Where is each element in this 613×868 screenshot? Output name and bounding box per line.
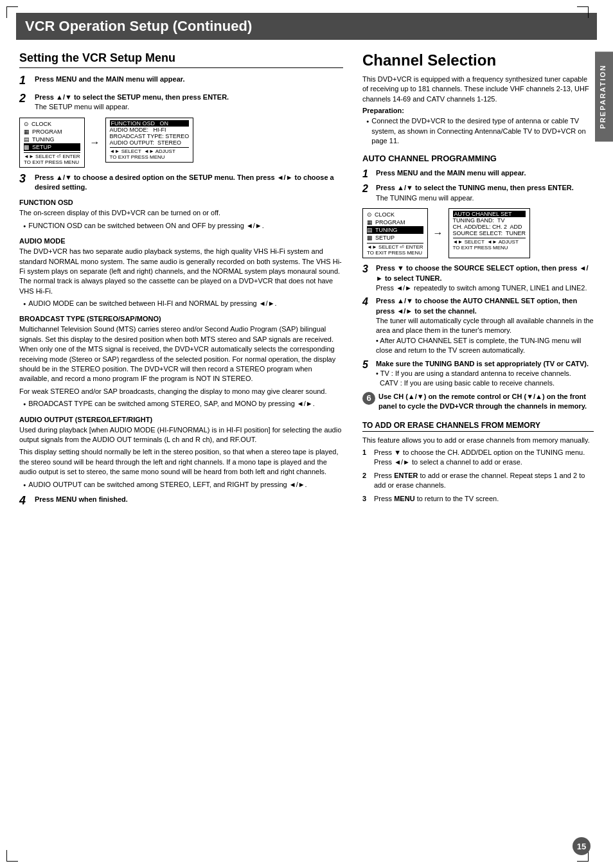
menu-right-item-3: BROADCAST TYPE: STEREO — [110, 133, 190, 139]
to-add-steps: 1 Press ▼ to choose the CH. ADD/DEL opti… — [362, 448, 594, 504]
corner-bl — [6, 850, 18, 862]
auto-step-5-text: Make sure the TUNING BAND is set appropr… — [376, 359, 594, 389]
broadcast-type-body2: For weak STEREO and/or SAP broadcasts, c… — [19, 387, 343, 396]
step-4-number: 4 — [19, 495, 31, 508]
audio-output-bullet: AUDIO OUTPUT can be switched among STERE… — [23, 480, 343, 490]
preparation-bullet: Connect the DVD+VCR to the desired type … — [366, 116, 594, 146]
broadcast-type-bullet: BROADCAST TYPE can be switched among STE… — [23, 399, 343, 409]
to-add-step-2-text: Press ENTER to add or erase the channel.… — [374, 471, 594, 491]
tuning-icon: ▤ — [24, 136, 30, 143]
auto-step-2-number: 2 — [362, 183, 373, 195]
audio-mode-bullet-text: AUDIO MODE can be switched between HI-FI… — [28, 299, 276, 308]
tuning-menu-box-right: AUTO CHANNEL SET TUNING BAND: TV CH. ADD… — [449, 208, 530, 258]
to-add-step-1-number: 1 — [362, 448, 370, 468]
menu-right-item-2: AUDIO MODE: HI-FI — [110, 127, 190, 133]
tuning-menu-footer-left: ◄► SELECT ⏎ ENTERTO EXIT PRESS MENU — [367, 243, 423, 256]
program-icon: ▦ — [24, 128, 30, 135]
to-add-step-2: 2 Press ENTER to add or erase the channe… — [362, 471, 594, 491]
auto-step-1: 1 Press MENU and the MAIN menu will appe… — [362, 168, 594, 180]
step-1-text: Press MENU and the MAIN menu will appear… — [35, 75, 343, 84]
broadcast-type-bullet-text: BROADCAST TYPE can be switched among STE… — [28, 399, 314, 409]
setup-icon: ▩ — [24, 144, 30, 150]
menu-box-left: ⊙ CLOCK ▦ PROGRAM ▤ TUNING ▩ SETUP ◄► SE… — [19, 118, 85, 168]
auto-step-5: 5 Make sure the TUNING BAND is set appro… — [362, 359, 594, 389]
menu-item-clock: ⊙ CLOCK — [24, 120, 80, 128]
tuning-menu-clock: ⊙ CLOCK — [367, 211, 423, 218]
function-osd-heading: FUNCTION OSD — [19, 199, 343, 206]
audio-output-heading: AUDIO OUTPUT (STEREO/LEFT/RIGHT) — [19, 416, 343, 423]
auto-step-1-number: 1 — [362, 168, 373, 180]
main-content: Setting the VCR Setup Menu 1 Press MENU … — [19, 51, 594, 513]
tuning-menu-arrow: → — [433, 227, 443, 239]
tuning-setup-icon: ▩ — [367, 235, 373, 241]
setup-menu-mockup: ⊙ CLOCK ▦ PROGRAM ▤ TUNING ▩ SETUP ◄► SE… — [19, 118, 343, 168]
to-add-step-1: 1 Press ▼ to choose the CH. ADD/DEL opti… — [362, 448, 594, 468]
audio-output-bullet-text: AUDIO OUTPUT can be switched among STERE… — [28, 480, 306, 490]
step-3-number: 3 — [19, 173, 31, 186]
broadcast-type-body1: Multichannel Television Sound (MTS) carr… — [19, 324, 343, 384]
audio-output-body1: Used during playback [when AUDIO MODE (H… — [19, 425, 343, 445]
tuning-right-item-4: SOURCE SELECT: TUNER — [453, 230, 526, 236]
auto-step-3-number: 3 — [362, 263, 373, 275]
channel-section-title: Channel Selection — [362, 51, 594, 69]
tuning-right-item-3: CH. ADD/DEL: CH. 2 ADD — [453, 224, 526, 230]
step-4-text: Press MENU when finished. — [35, 495, 343, 504]
menu-item-tuning: ▤ TUNING — [24, 136, 80, 143]
broadcast-type-heading: BROADCAST TYPE (STEREO/SAP/MONO) — [19, 315, 343, 323]
function-osd-body: The on-screen display of this DVD+VCR ca… — [19, 208, 343, 218]
to-add-section: TO ADD OR ERASE CHANNELS FROM MEMORY Thi… — [362, 421, 594, 504]
page-number-badge: 15 — [573, 837, 591, 855]
header-bar: VCR Operation Setup (Continued) — [16, 13, 597, 40]
tuning-right-item-1: AUTO CHANNEL SET — [453, 211, 526, 217]
step-1-number: 1 — [19, 75, 31, 87]
step-4: 4 Press MENU when finished. — [19, 495, 343, 508]
step-1: 1 Press MENU and the MAIN menu will appe… — [19, 75, 343, 87]
auto-step-5-number: 5 — [362, 359, 373, 371]
tuning-menu-program: ▦ PROGRAM — [367, 218, 423, 226]
auto-step-4-number: 4 — [362, 296, 373, 308]
to-add-step-3: 3 Press MENU to return to the TV screen. — [362, 494, 594, 504]
tuning-menu-setup: ▩ SETUP — [367, 234, 423, 242]
auto-step-2: 2 Press ▲/▼ to select the TUNING menu, t… — [362, 183, 594, 203]
tuning-clock-icon: ⊙ — [367, 211, 372, 218]
to-add-step-2-number: 2 — [362, 471, 370, 491]
auto-step-6: 6 Use CH (▲/▼) on the remote control or … — [362, 392, 594, 412]
step-3: 3 Press ▲/▼ to choose a desired option o… — [19, 173, 343, 193]
step-2-text: Press ▲/▼ to select the SETUP menu, then… — [35, 93, 343, 112]
menu-right-item-4: AUDIO OUTPUT: STEREO — [110, 139, 190, 146]
audio-mode-body: The DVD+VCR has two separate audio playb… — [19, 247, 343, 296]
menu-footer-right: ◄► SELECT ◄► ADJUSTTO EXIT PRESS MENU — [110, 147, 190, 160]
tuning-menu-footer-right: ◄► SELECT ◄► ADJUSTTO EXIT PRESS MENU — [453, 238, 526, 251]
menu-box-right: FUNCTION OSD ON AUDIO MODE: HI-FI BROADC… — [105, 118, 194, 163]
to-add-step-3-number: 3 — [362, 494, 370, 504]
channel-intro: This DVD+VCR is equipped with a frequenc… — [362, 75, 594, 104]
preparation-label: Preparation: — [362, 107, 594, 114]
auto-step-2-text: Press ▲/▼ to select the TUNING menu, the… — [376, 183, 594, 203]
menu-arrow: → — [90, 137, 100, 148]
corner-tl — [6, 6, 18, 18]
step-2-number: 2 — [19, 93, 31, 105]
step-2: 2 Press ▲/▼ to select the SETUP menu, th… — [19, 93, 343, 112]
left-section-title: Setting the VCR Setup Menu — [19, 51, 343, 68]
page-title: VCR Operation Setup (Continued) — [25, 18, 588, 35]
auto-step-6-text: Use CH (▲/▼) on the remote control or CH… — [378, 392, 594, 412]
auto-step-6-number: 6 — [362, 392, 375, 405]
function-osd-bullet: FUNCTION OSD can be switched between ON … — [23, 221, 343, 231]
tuning-menu-mockup: ⊙ CLOCK ▦ PROGRAM ▤ TUNING ▩ SETUP ◄► SE… — [362, 208, 594, 258]
audio-output-body2: This display setting should normally be … — [19, 447, 343, 477]
tuning-menu-tuning: ▤ TUNING — [367, 226, 423, 234]
audio-mode-heading: AUDIO MODE — [19, 237, 343, 245]
function-osd-bullet-text: FUNCTION OSD can be switched between ON … — [28, 221, 264, 231]
menu-right-item-1: FUNCTION OSD ON — [110, 120, 190, 127]
audio-mode-bullet: AUDIO MODE can be switched between HI-FI… — [23, 299, 343, 308]
tuning-tuning-icon: ▤ — [367, 227, 373, 233]
auto-step-3-text: Press ▼ to choose the SOURCE SELECT opti… — [376, 263, 594, 293]
to-add-title: TO ADD OR ERASE CHANNELS FROM MEMORY — [362, 421, 594, 432]
right-column: Channel Selection This DVD+VCR is equipp… — [362, 51, 594, 513]
preparation-bullet-text: Connect the DVD+VCR to the desired type … — [371, 116, 594, 146]
menu-item-program: ▦ PROGRAM — [24, 128, 80, 136]
menu-item-setup: ▩ SETUP — [24, 143, 80, 151]
auto-step-3: 3 Press ▼ to choose the SOURCE SELECT op… — [362, 263, 594, 293]
auto-channel-title: AUTO CHANNEL PROGRAMMING — [362, 154, 594, 163]
side-tab: PREPARATION — [595, 51, 613, 141]
